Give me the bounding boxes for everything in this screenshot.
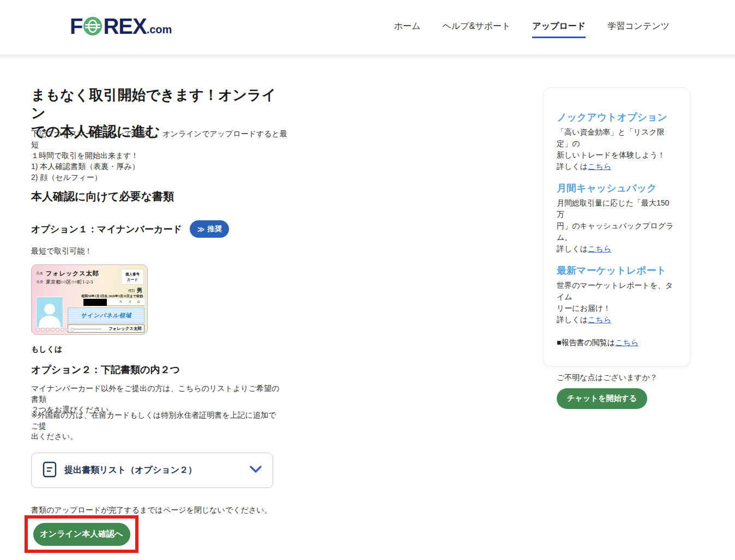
promo-monthly-cashback: 月間キャッシュバック 月間総取引量に応じた「最大150万 円」のキャッシュバック…: [557, 182, 677, 255]
card-date-units: 年 月 日: [120, 300, 143, 303]
double-chevron-icon: ≫: [197, 225, 205, 233]
promo-details-link[interactable]: こちら: [588, 315, 611, 324]
recommended-badge[interactable]: ≫ 推奨: [190, 220, 230, 238]
logo-text-com: .com: [147, 23, 172, 36]
promo-title[interactable]: 最新マーケットレポート: [557, 264, 677, 277]
card-name-value: フォレックス太郎: [46, 269, 99, 278]
upload-warning-text: 書類のアップロードが完了するまではページを閉じないでください。: [31, 505, 272, 515]
card-date-box: 年 月 日: [107, 299, 144, 306]
red-highlight-box: オンライン本人確認へ: [25, 515, 138, 553]
promo-details-link[interactable]: こちら: [588, 244, 611, 253]
nav-item-help-support[interactable]: ヘルプ&サポート: [442, 21, 510, 37]
mynumber-card-sample-image: 氏名 フォレックス太郎 個人番号 カード 住所 東京都○○区○○町1-2-3 性…: [31, 264, 148, 335]
report-view-line: ■報告書の閲覧はこちら: [557, 338, 677, 348]
card-signature-name: フォレックス太郎: [109, 326, 142, 332]
header: F REX .com ホーム ヘルプ&サポート アップロード 学習コンテンツ: [0, 0, 735, 55]
header-shadow: [0, 55, 735, 60]
card-address-label: 住所: [37, 280, 43, 285]
start-chat-button[interactable]: チャットを開始する: [557, 388, 647, 409]
promo-details-link[interactable]: こちら: [588, 162, 611, 171]
person-silhouette-icon: [38, 301, 62, 327]
option1-row: オプション１：マイナンバーカード ≫ 推奨: [31, 220, 229, 238]
dropdown-label: 提出書類リスト（オプション２）: [64, 465, 242, 476]
option2-heading: オプション２：下記書類の内２つ: [31, 363, 180, 376]
online-verification-button[interactable]: オンライン本人確認へ: [33, 523, 130, 546]
chevron-down-icon: [250, 466, 262, 475]
nav-item-upload[interactable]: アップロード: [532, 21, 586, 38]
or-text: もしくは: [31, 345, 62, 354]
promo-body: 世界のマーケットレポートを、タイム リーにお届け！: [557, 280, 677, 314]
intro-text: 下記２つをスマートフォンで撮影し、オンラインでアップロードすると最短 １時間で取…: [31, 129, 287, 183]
logo-o-icon: [83, 16, 103, 36]
required-docs-heading: 本人確認に向けて必要な書類: [31, 189, 174, 204]
forex-logo[interactable]: F REX .com: [70, 15, 172, 37]
nav-item-learning[interactable]: 学習コンテンツ: [607, 21, 670, 37]
card-type-badge: 個人番号 カード: [122, 269, 143, 284]
card-signature-box: フォレックス太郎: [68, 324, 144, 333]
promo-body: 月間総取引量に応じた「最大150万 円」のキャッシュバックプログラム。: [557, 197, 677, 243]
card-redacted-box: [83, 299, 107, 306]
promo-title[interactable]: 月間キャッシュバック: [557, 182, 677, 195]
logo-text-f: F: [70, 15, 82, 37]
card-sign-panel: サインパネル領域: [68, 308, 144, 323]
document-icon: [43, 461, 57, 480]
report-view-link[interactable]: こちら: [615, 338, 638, 347]
card-gender-value: 男: [137, 287, 142, 294]
promo-market-report: 最新マーケットレポート 世界のマーケットレポートを、タイム リーにお届け！ 詳し…: [557, 264, 677, 326]
promo-knockout-options: ノックアウトオプション 「高い資金効率」と「リスク限定」の 新しいトレードを体験…: [557, 111, 677, 172]
promo-title[interactable]: ノックアウトオプション: [557, 111, 677, 124]
card-validity-text: 昭和50年1月1日生 2026年3月31日まで有効: [81, 294, 143, 299]
card-gender-label: 性別: [128, 288, 135, 293]
promo-body: 「高い資金効率」と「リスク限定」の 新しいトレードを体験しよう！: [557, 127, 677, 161]
option1-label: オプション１：マイナンバーカード: [31, 223, 182, 236]
promo-sidebar: ノックアウトオプション 「高い資金効率」と「リスク限定」の 新しいトレードを体験…: [543, 87, 690, 366]
main-nav: ホーム ヘルプ&サポート アップロード 学習コンテンツ: [394, 21, 670, 38]
card-photo-placeholder: [36, 297, 63, 328]
document-list-dropdown[interactable]: 提出書類リスト（オプション２）: [31, 453, 273, 488]
nav-item-home[interactable]: ホーム: [394, 21, 421, 37]
fastest-note: 最短で取引可能！: [31, 246, 92, 256]
recommended-badge-label: 推奨: [207, 224, 221, 234]
logo-text-rex: REX: [103, 15, 146, 37]
help-question-text: ご不明な点はございますか？: [557, 373, 677, 383]
card-dot-row: [36, 328, 74, 332]
card-address-value: 東京都○○区○○町1-2-3: [46, 279, 93, 286]
card-name-label: 氏名: [37, 271, 43, 276]
option2-foreigner-note: ※外国籍の方は、在留カードもしくは特別永住者証明書を上記に追加でご提 出ください…: [31, 410, 282, 442]
